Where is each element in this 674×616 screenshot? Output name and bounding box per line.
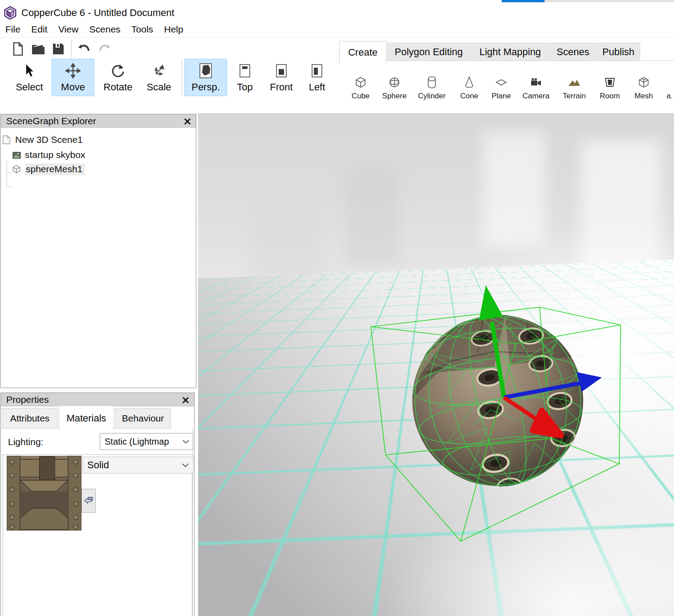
create-plane-button[interactable]: Plane [484, 75, 518, 106]
tab-light-mapping-label: Light Mapping [479, 46, 541, 58]
create-room-button[interactable]: Room [593, 75, 627, 106]
lighting-dropdown[interactable]: Static (Lightmap [100, 433, 193, 450]
assign-arrow-icon [84, 497, 93, 505]
scenegraph-header[interactable]: SceneGraph Explorer [1, 114, 196, 128]
tab-create[interactable]: Create [339, 41, 386, 63]
chevron-down-icon [182, 463, 189, 467]
viewport-3d[interactable] [198, 113, 674, 616]
undo-button[interactable] [76, 41, 92, 57]
save-button[interactable] [50, 41, 66, 57]
persp-view-button[interactable]: Persp. [184, 59, 227, 96]
create-cube-button[interactable]: Cube [344, 75, 378, 106]
mesh-icon [638, 75, 649, 90]
create-extra-button[interactable]: a. [661, 75, 674, 106]
tab-behaviour[interactable]: Behaviour [115, 408, 171, 429]
chevron-down-icon [183, 439, 189, 444]
menu-help[interactable]: Help [160, 23, 188, 36]
camera-icon [530, 75, 542, 90]
top-view-button[interactable]: Top [231, 59, 259, 96]
material-type-value: Solid [87, 459, 182, 471]
toolbar-separator [71, 40, 72, 58]
tab-strip-edge [641, 61, 674, 61]
tab-scenes-label: Scenes [556, 46, 589, 58]
properties-close-icon[interactable] [181, 395, 191, 405]
toolbar-tools-row: Select Move Rotate Scale [0, 59, 338, 97]
create-plane-label: Plane [491, 92, 511, 101]
front-view-button[interactable]: Front [264, 59, 299, 96]
tab-polygon-editing-label: Polygon Editing [395, 46, 463, 58]
open-file-button[interactable] [30, 41, 46, 57]
tree-guide [7, 161, 7, 186]
menu-view[interactable]: View [54, 23, 83, 36]
new-document-button[interactable] [10, 41, 26, 57]
materials-tab-body: Lighting: Static (Lightmap [2, 430, 193, 616]
properties-panel: Properties Attributes Materials Behaviou… [0, 393, 195, 616]
panel-gap [195, 393, 198, 616]
create-cylinder-button[interactable]: Cylinder [415, 75, 449, 106]
create-camera-button[interactable]: Camera [519, 75, 553, 106]
create-cone-button[interactable]: Cone [452, 75, 486, 106]
tree-item-scene-root[interactable]: New 3D Scene1 [3, 133, 83, 146]
tree-guide [7, 186, 12, 187]
tree-item-label: sphereMesh1 [25, 163, 85, 175]
material-slot: Solid [3, 454, 192, 616]
tab-polygon-editing[interactable]: Polygon Editing [387, 43, 470, 61]
move-tool-label: Move [61, 81, 85, 94]
accent-strip-grey [544, 0, 674, 2]
menu-edit[interactable]: Edit [27, 23, 52, 36]
create-cylinder-label: Cylinder [418, 92, 446, 101]
scene-objects [198, 113, 674, 616]
tab-publish[interactable]: Publish [597, 43, 640, 61]
left-view-button[interactable]: Left [303, 59, 331, 96]
tab-attributes[interactable]: Attributes [2, 408, 58, 429]
material-type-dropdown[interactable]: Solid [82, 457, 194, 474]
sphere-mesh-object[interactable] [397, 298, 598, 505]
create-sphere-button[interactable]: Sphere [378, 75, 411, 106]
create-mesh-label: Mesh [634, 92, 653, 101]
gizmo-y-arrowhead[interactable] [479, 285, 503, 320]
tab-create-label: Create [348, 47, 378, 58]
tab-materials[interactable]: Materials [59, 405, 114, 430]
tree-guide [7, 172, 12, 173]
ribbon: Create Polygon Editing Light Mapping Sce… [338, 40, 674, 112]
move-tool-button[interactable]: Move [52, 59, 94, 96]
material-texture-preview[interactable] [7, 456, 81, 531]
tab-publish-label: Publish [602, 46, 634, 58]
tab-behaviour-label: Behaviour [122, 413, 164, 424]
rotate-tool-label: Rotate [104, 81, 133, 94]
create-terrain-button[interactable]: Terrain [557, 75, 591, 106]
accent-strip-blue [502, 0, 544, 2]
tab-materials-label: Materials [66, 413, 106, 424]
create-room-label: Room [600, 92, 620, 101]
menu-scenes[interactable]: Scenes [85, 23, 125, 36]
create-mesh-button[interactable]: Mesh [627, 75, 661, 106]
front-view-label: Front [270, 81, 292, 94]
select-tool-button[interactable]: Select [11, 59, 48, 96]
lighting-dropdown-value: Static (Lightmap [105, 437, 183, 447]
menu-file[interactable]: File [1, 23, 25, 36]
scale-tool-label: Scale [146, 81, 171, 94]
texture-assign-button[interactable] [81, 489, 96, 513]
move-icon [65, 61, 81, 81]
tree-item-spheremesh1[interactable]: sphereMesh1 [12, 162, 85, 176]
tree-item-label: startup skybox [25, 150, 85, 160]
persp-view-icon [199, 61, 212, 81]
lighting-label: Lighting: [8, 437, 43, 447]
properties-header[interactable]: Properties [1, 393, 194, 406]
scale-icon [152, 61, 166, 81]
skybox-icon [12, 150, 21, 159]
document-icon [3, 135, 12, 144]
create-terrain-label: Terrain [563, 92, 586, 101]
top-view-label: Top [237, 81, 252, 94]
coppercube-window: { "window": { "title": "CopperCube 6 - U… [0, 0, 674, 616]
scale-tool-button[interactable]: Scale [141, 59, 177, 96]
menu-tools[interactable]: Tools [127, 23, 158, 36]
tab-light-mapping[interactable]: Light Mapping [471, 43, 549, 61]
scenegraph-close-icon[interactable] [183, 117, 192, 126]
tab-scenes[interactable]: Scenes [550, 43, 596, 61]
tree-item-startup-skybox[interactable]: startup skybox [12, 148, 85, 162]
rotate-tool-button[interactable]: Rotate [98, 59, 138, 96]
create-sphere-label: Sphere [382, 92, 407, 101]
scenegraph-panel: SceneGraph Explorer New 3D Scene1 startu… [0, 114, 196, 388]
tree-item-label: New 3D Scene1 [15, 134, 83, 145]
